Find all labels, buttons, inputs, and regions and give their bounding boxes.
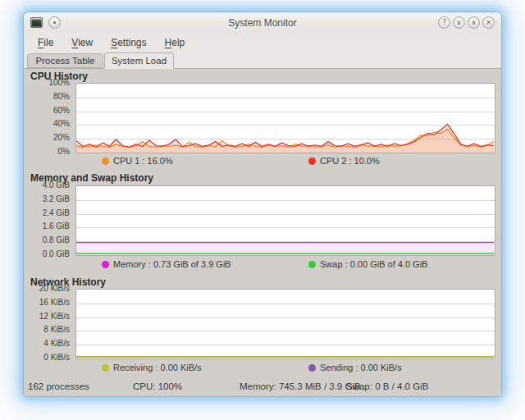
maximize-button[interactable]: ∧ bbox=[468, 16, 480, 29]
status-cpu: CPU: 100% bbox=[133, 381, 182, 391]
menu-file[interactable]: File bbox=[30, 35, 61, 50]
system-load-panel: CPU History 100%80%60%40%20%0% CPU 1 : 1… bbox=[24, 69, 501, 375]
y-tick-label: 16 KiB/s bbox=[24, 298, 70, 308]
memory-y-axis: 4.0 GiB3.2 GiB2.4 GiB1.6 GiB0.8 GiB0.0 G… bbox=[24, 185, 70, 256]
swap-legend-label: Swap : 0.00 GiB of 4.0 GiB bbox=[320, 259, 427, 269]
y-tick-label: 4.0 GiB bbox=[24, 180, 70, 190]
menubar: File View Settings Help bbox=[24, 34, 501, 52]
cpu2-legend-item: CPU 2 : 10.0% bbox=[308, 156, 380, 166]
menu-help[interactable]: Help bbox=[158, 35, 193, 50]
status-processes: 162 processes bbox=[28, 381, 89, 391]
network-y-axis: 20 KiB/s16 KiB/s12 KiB/s8 KiB/s4 KiB/s0 … bbox=[24, 289, 70, 359]
y-tick-label: 2.4 GiB bbox=[24, 208, 70, 218]
y-tick-label: 80% bbox=[24, 92, 70, 102]
receiving-dot-icon bbox=[102, 364, 109, 372]
cpu-history-chart[interactable] bbox=[75, 83, 495, 153]
swap-legend-item: Swap : 0.00 GiB of 4.0 GiB bbox=[308, 259, 427, 269]
y-tick-label: 0% bbox=[24, 147, 70, 157]
receiving-legend-label: Receiving : 0.00 KiB/s bbox=[113, 363, 202, 372]
y-tick-label: 3.2 GiB bbox=[24, 194, 70, 204]
tab-process-table[interactable]: Process Table bbox=[27, 53, 103, 68]
y-tick-label: 20% bbox=[24, 133, 70, 143]
y-tick-label: 40% bbox=[24, 119, 70, 129]
statusbar: 162 processes CPU: 100% Memory: 745.3 Mi… bbox=[24, 375, 501, 397]
titlebar[interactable]: System Monitor ? ∨ ∧ × bbox=[24, 12, 501, 34]
help-button[interactable]: ? bbox=[438, 16, 450, 29]
menu-view[interactable]: View bbox=[64, 35, 100, 50]
y-tick-label: 8 KiB/s bbox=[24, 325, 70, 335]
system-monitor-window: System Monitor ? ∨ ∧ × File View Setting… bbox=[23, 11, 502, 397]
tab-system-load[interactable]: System Load bbox=[104, 52, 174, 69]
menu-settings[interactable]: Settings bbox=[103, 35, 153, 50]
sending-legend-label: Sending : 0.00 KiB/s bbox=[320, 363, 402, 372]
window-title: System Monitor bbox=[24, 17, 501, 29]
tabbar: Process Table System Load bbox=[24, 52, 501, 69]
chevron-down-icon: ∨ bbox=[457, 20, 462, 26]
memory-legend-item: Memory : 0.73 GiB of 3.9 GiB bbox=[102, 259, 231, 269]
memory-legend: Memory : 0.73 GiB of 3.9 GiB Swap : 0.00… bbox=[75, 259, 495, 271]
cpu1-dot-icon bbox=[102, 158, 109, 165]
cpu-legend: CPU 1 : 16.0% CPU 2 : 10.0% bbox=[75, 156, 495, 167]
memory-legend-label: Memory : 0.73 GiB of 3.9 GiB bbox=[113, 259, 231, 269]
memory-history-chart[interactable] bbox=[75, 185, 495, 256]
sending-dot-icon bbox=[308, 364, 316, 372]
status-swap: Swap: 0 B / 4.0 GiB bbox=[346, 381, 428, 391]
y-tick-label: 0.8 GiB bbox=[24, 235, 70, 245]
y-tick-label: 1.6 GiB bbox=[24, 221, 70, 231]
network-history-chart[interactable] bbox=[75, 289, 495, 359]
network-legend: Receiving : 0.00 KiB/s Sending : 0.00 Ki… bbox=[75, 363, 495, 374]
close-button[interactable]: × bbox=[482, 16, 495, 29]
memory-dot-icon bbox=[102, 261, 109, 268]
sending-legend-item: Sending : 0.00 KiB/s bbox=[308, 363, 402, 372]
y-tick-label: 60% bbox=[24, 106, 70, 116]
cpu2-dot-icon bbox=[308, 158, 316, 165]
cpu-y-axis: 100%80%60%40%20%0% bbox=[24, 83, 70, 153]
cpu1-legend-label: CPU 1 : 16.0% bbox=[113, 156, 173, 166]
help-icon: ? bbox=[442, 20, 445, 26]
cpu1-legend-item: CPU 1 : 16.0% bbox=[102, 156, 173, 166]
receiving-legend-item: Receiving : 0.00 KiB/s bbox=[102, 363, 202, 372]
y-tick-label: 12 KiB/s bbox=[24, 312, 70, 322]
close-icon: × bbox=[486, 20, 491, 26]
cpu2-legend-label: CPU 2 : 10.0% bbox=[320, 156, 380, 166]
y-tick-label: 100% bbox=[24, 78, 70, 88]
status-memory: Memory: 745.3 MiB / 3.9 GiB bbox=[240, 381, 361, 391]
minimize-button[interactable]: ∨ bbox=[453, 16, 465, 29]
swap-dot-icon bbox=[308, 261, 316, 268]
y-tick-label: 0 KiB/s bbox=[24, 353, 70, 363]
y-tick-label: 20 KiB/s bbox=[24, 284, 70, 294]
chevron-up-icon: ∧ bbox=[472, 20, 477, 26]
y-tick-label: 4 KiB/s bbox=[24, 339, 70, 349]
y-tick-label: 0.0 GiB bbox=[24, 249, 70, 259]
